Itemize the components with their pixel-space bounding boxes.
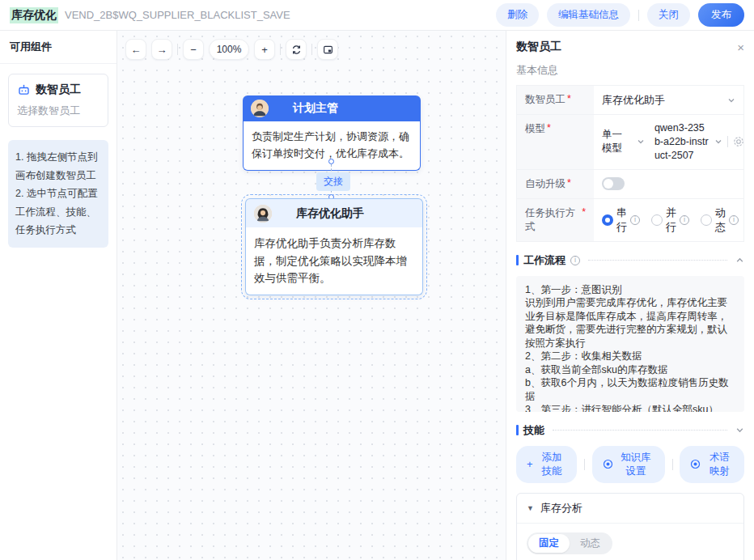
output-port[interactable] (328, 159, 334, 164)
chevron-down-icon (714, 138, 722, 146)
employee-value: 库存优化助手 (602, 93, 665, 108)
dotted-rule (588, 260, 727, 261)
info-icon: i (729, 215, 739, 225)
skill-actions: + 添加技能 知识库设置 术语映射 (516, 446, 744, 483)
panel-title: 数智员工 (516, 40, 561, 54)
app-header: 库存优化 VEND_2B$WQ_SUPPLIER_BLACKLIST_SAVE … (0, 0, 754, 31)
add-skill-button[interactable]: + 添加技能 (516, 446, 577, 483)
divider (638, 10, 639, 21)
close-button[interactable]: 关闭 (647, 3, 690, 27)
component-name: 数智员工 (36, 83, 81, 97)
redo-button[interactable]: → (151, 39, 172, 60)
workflow-canvas[interactable]: ← → − 100% + (117, 31, 506, 560)
node-inventory-assistant[interactable]: 库存优化助手 库存优化助手负责分析库存数据，制定优化策略以实现降本增效与供需平衡… (245, 198, 423, 295)
plus-icon: + (261, 44, 268, 56)
dotted-rule (553, 430, 727, 431)
refresh-icon (291, 45, 302, 55)
employee-select[interactable]: 库存优化助手 (594, 86, 743, 114)
edit-basic-info-button[interactable]: 编辑基础信息 (547, 3, 630, 27)
divider (584, 459, 585, 470)
skills-section-header: 技能 (516, 423, 744, 438)
section-accent-bar (516, 425, 519, 435)
chevron-down-icon (727, 96, 735, 104)
edge-label[interactable]: 交接 (316, 172, 350, 191)
radio-label: 串行 (616, 206, 627, 235)
tab-dynamic[interactable]: 动态 (570, 534, 611, 553)
divider (280, 44, 281, 55)
avatar (254, 205, 272, 223)
digital-employee-component-card[interactable]: 数智员工 选择数智员工 (8, 74, 108, 127)
knowledge-base-settings-button[interactable]: 知识库设置 (592, 446, 664, 483)
robot-icon (17, 83, 31, 97)
kb-settings-label: 知识库设置 (617, 451, 654, 478)
collapse-chevron-up-icon[interactable] (735, 256, 744, 265)
publish-button[interactable]: 发布 (698, 3, 744, 27)
required-mark: * (567, 93, 571, 104)
required-mark: * (547, 122, 551, 134)
plus-icon: + (527, 458, 533, 470)
zoom-in-button[interactable]: + (254, 39, 275, 60)
radio-parallel[interactable]: 并行 i (651, 206, 689, 235)
form-row-exec-mode: 任务执行方式* 串行 i 并行 i 动态 (517, 199, 743, 241)
radio-icon (651, 214, 663, 226)
config-panel: 数智员工 × 基本信息 数智员工* 库存优化助手 模型* 单一模型 qwen3-… (506, 31, 754, 560)
component-desc: 选择数智员工 (17, 104, 100, 118)
page-title: 库存优化 (10, 7, 58, 23)
required-mark: * (567, 177, 571, 189)
workflow-content[interactable]: 1、第一步：意图识别 识别到用户需要完成库存优化，库存优化主要业务目标是降低库存… (516, 276, 744, 412)
avatar (251, 100, 269, 117)
form-row-model: 模型* 单一模型 qwen3-235b-a22b-instruct-2507 (517, 115, 743, 170)
page-subtitle: VEND_2B$WQ_SUPPLIER_BLACKLIST_SAVE (65, 9, 290, 21)
minimap-icon (323, 45, 333, 55)
collapse-chevron-down-icon[interactable] (735, 426, 744, 435)
tab-fixed[interactable]: 固定 (528, 534, 570, 553)
skills-section-title: 技能 (523, 423, 544, 438)
zoom-out-button[interactable]: − (183, 39, 204, 60)
divider (311, 44, 312, 55)
radio-dynamic[interactable]: 动态 i (701, 206, 739, 235)
skill-card-inventory-analysis: ▼ 库存分析 固定 动态 工具 库存余额查询服务 service (516, 493, 744, 560)
auto-upgrade-toggle[interactable] (602, 177, 625, 190)
radio-icon (701, 214, 712, 226)
close-icon[interactable]: × (737, 40, 744, 54)
skill-card-body: 固定 动态 工具 库存余额查询服务 service 获取物料计划参数 servi… (517, 524, 743, 560)
reset-view-button[interactable] (286, 39, 307, 60)
term-mapping-button[interactable]: 术语映射 (680, 446, 744, 483)
canvas-toolbar: ← → − 100% + (125, 39, 338, 60)
exec-mode-radio-group: 串行 i 并行 i 动态 i (602, 206, 739, 235)
sidebar-tips: 1. 拖拽左侧节点到画布创建数智员工 2. 选中节点可配置工作流程、技能、任务执… (8, 140, 108, 248)
model-select[interactable]: qwen3-235b-a22b-instruct-2507 (654, 121, 710, 163)
exec-mode-label: 任务执行方式 (525, 206, 580, 234)
undo-button[interactable]: ← (125, 39, 146, 60)
mode-segmented-control: 固定 动态 (527, 532, 612, 554)
delete-button[interactable]: 删除 (496, 3, 539, 27)
info-icon: i (570, 256, 580, 265)
workflow-section-title: 工作流程 (523, 253, 566, 268)
divider (727, 136, 728, 147)
form-row-auto-upgrade: 自动升级* (517, 170, 743, 199)
radio-selected-icon (602, 214, 613, 226)
minimap-button[interactable] (317, 39, 338, 60)
sidebar-title: 可用组件 (0, 31, 116, 64)
model-settings-gear-icon[interactable] (733, 136, 744, 147)
back-arrow-icon: ← (131, 44, 142, 56)
info-icon: i (680, 215, 689, 225)
model-type-select[interactable]: 单一模型 (602, 128, 632, 155)
model-label: 模型 (525, 122, 545, 136)
basic-info-form: 数智员工* 库存优化助手 模型* 单一模型 qwen3-235b-a22b-in… (516, 85, 744, 242)
zoom-level[interactable]: 100% (209, 39, 249, 60)
radio-label: 动态 (715, 206, 726, 235)
minus-icon: − (190, 44, 197, 56)
skill-card-header[interactable]: ▼ 库存分析 (517, 494, 743, 524)
target-icon (690, 459, 701, 469)
divider (177, 44, 178, 55)
required-mark: * (582, 206, 586, 218)
node-description: 库存优化助手负责分析库存数据，制定优化策略以实现降本增效与供需平衡。 (245, 227, 423, 295)
info-icon: i (630, 215, 640, 225)
basic-info-section-title: 基本信息 (506, 62, 754, 85)
header-actions: 删除 编辑基础信息 关闭 发布 (496, 3, 744, 27)
radio-label: 并行 (666, 206, 676, 235)
radio-serial[interactable]: 串行 i (602, 206, 640, 235)
components-sidebar: 可用组件 数智员工 选择数智员工 1. 拖拽左侧节点到画布创建数智员工 2. 选… (0, 31, 117, 560)
caret-down-icon: ▼ (527, 504, 534, 512)
